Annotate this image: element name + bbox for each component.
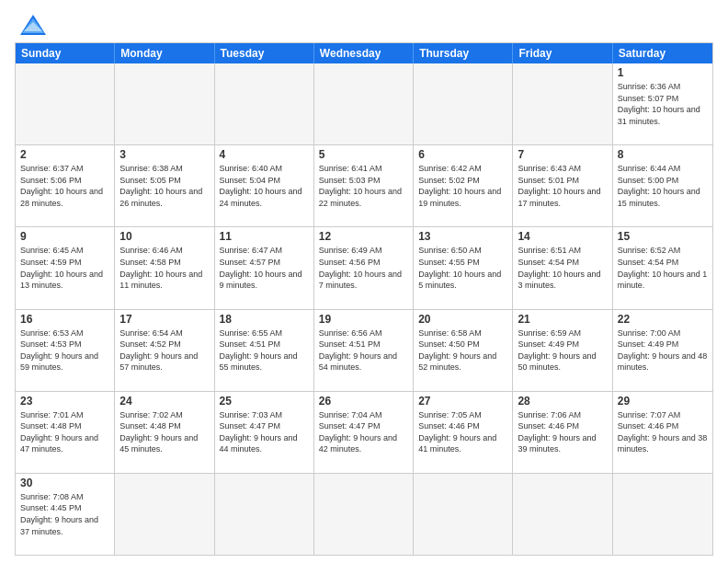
calendar-cell: 4Sunrise: 6:40 AM Sunset: 5:04 PM Daylig… — [215, 145, 314, 226]
day-info: Sunrise: 7:07 AM Sunset: 4:46 PM Dayligh… — [618, 409, 708, 455]
calendar-row-3: 16Sunrise: 6:53 AM Sunset: 4:53 PM Dayli… — [16, 310, 712, 392]
calendar-row-2: 9Sunrise: 6:45 AM Sunset: 4:59 PM Daylig… — [16, 227, 712, 309]
day-info: Sunrise: 7:02 AM Sunset: 4:48 PM Dayligh… — [119, 409, 209, 455]
day-info: Sunrise: 6:45 AM Sunset: 4:59 PM Dayligh… — [20, 245, 109, 291]
day-number: 9 — [20, 230, 109, 243]
logo-icon — [20, 15, 46, 35]
calendar-cell: 28Sunrise: 7:06 AM Sunset: 4:46 PM Dayli… — [513, 392, 612, 473]
header-day-wednesday: Wednesday — [314, 43, 414, 63]
calendar-cell: 18Sunrise: 6:55 AM Sunset: 4:51 PM Dayli… — [215, 310, 314, 391]
day-info: Sunrise: 6:42 AM Sunset: 5:02 PM Dayligh… — [418, 163, 507, 209]
day-number: 17 — [119, 313, 209, 326]
calendar-cell: 21Sunrise: 6:59 AM Sunset: 4:49 PM Dayli… — [513, 310, 612, 391]
header-day-thursday: Thursday — [414, 43, 513, 63]
calendar-cell: 26Sunrise: 7:04 AM Sunset: 4:47 PM Dayli… — [314, 392, 414, 473]
day-number: 13 — [418, 230, 507, 243]
calendar-cell: 25Sunrise: 7:03 AM Sunset: 4:47 PM Dayli… — [215, 392, 314, 473]
day-number: 26 — [319, 395, 408, 408]
calendar-cell: 20Sunrise: 6:58 AM Sunset: 4:50 PM Dayli… — [414, 310, 513, 391]
day-number: 10 — [119, 230, 209, 243]
day-info: Sunrise: 6:38 AM Sunset: 5:05 PM Dayligh… — [119, 163, 209, 209]
page: SundayMondayTuesdayWednesdayThursdayFrid… — [0, 0, 728, 563]
calendar-cell: 15Sunrise: 6:52 AM Sunset: 4:54 PM Dayli… — [613, 227, 712, 308]
calendar-cell: 11Sunrise: 6:47 AM Sunset: 4:57 PM Dayli… — [215, 227, 314, 308]
calendar-cell: 2Sunrise: 6:37 AM Sunset: 5:06 PM Daylig… — [16, 145, 115, 226]
day-info: Sunrise: 6:37 AM Sunset: 5:06 PM Dayligh… — [20, 163, 109, 209]
day-number: 24 — [119, 395, 209, 408]
day-number: 25 — [220, 395, 309, 408]
day-number: 2 — [20, 148, 109, 161]
day-info: Sunrise: 6:52 AM Sunset: 4:54 PM Dayligh… — [618, 245, 708, 291]
calendar-cell: 5Sunrise: 6:41 AM Sunset: 5:03 PM Daylig… — [314, 145, 414, 226]
calendar-body: 1Sunrise: 6:36 AM Sunset: 5:07 PM Daylig… — [16, 63, 712, 555]
day-info: Sunrise: 6:51 AM Sunset: 4:54 PM Dayligh… — [518, 245, 607, 291]
calendar-cell: 6Sunrise: 6:42 AM Sunset: 5:02 PM Daylig… — [414, 145, 513, 226]
header-day-saturday: Saturday — [613, 43, 712, 63]
calendar-cell: 27Sunrise: 7:05 AM Sunset: 4:46 PM Dayli… — [414, 392, 513, 473]
day-info: Sunrise: 6:46 AM Sunset: 4:58 PM Dayligh… — [119, 245, 209, 291]
calendar-cell: 23Sunrise: 7:01 AM Sunset: 4:48 PM Dayli… — [16, 392, 115, 473]
day-number: 23 — [20, 395, 109, 408]
day-number: 27 — [418, 395, 507, 408]
calendar-cell: 30Sunrise: 7:08 AM Sunset: 4:45 PM Dayli… — [16, 474, 115, 555]
calendar-row-5: 30Sunrise: 7:08 AM Sunset: 4:45 PM Dayli… — [16, 474, 712, 555]
calendar-cell: 12Sunrise: 6:49 AM Sunset: 4:56 PM Dayli… — [314, 227, 414, 308]
calendar-cell: 14Sunrise: 6:51 AM Sunset: 4:54 PM Dayli… — [513, 227, 612, 308]
day-number: 20 — [418, 313, 507, 326]
calendar-cell: 13Sunrise: 6:50 AM Sunset: 4:55 PM Dayli… — [414, 227, 513, 308]
calendar-cell: 19Sunrise: 6:56 AM Sunset: 4:51 PM Dayli… — [314, 310, 414, 391]
day-info: Sunrise: 7:05 AM Sunset: 4:46 PM Dayligh… — [418, 409, 507, 455]
day-info: Sunrise: 6:50 AM Sunset: 4:55 PM Dayligh… — [418, 245, 507, 291]
calendar-cell: 16Sunrise: 6:53 AM Sunset: 4:53 PM Dayli… — [16, 310, 115, 391]
day-info: Sunrise: 6:58 AM Sunset: 4:50 PM Dayligh… — [418, 327, 507, 373]
calendar-cell: 3Sunrise: 6:38 AM Sunset: 5:05 PM Daylig… — [115, 145, 214, 226]
calendar-cell: 7Sunrise: 6:43 AM Sunset: 5:01 PM Daylig… — [513, 145, 612, 226]
calendar-cell: 29Sunrise: 7:07 AM Sunset: 4:46 PM Dayli… — [613, 392, 712, 473]
day-info: Sunrise: 6:59 AM Sunset: 4:49 PM Dayligh… — [518, 327, 607, 373]
day-number: 5 — [319, 148, 408, 161]
calendar: SundayMondayTuesdayWednesdayThursdayFrid… — [15, 42, 713, 556]
header-day-sunday: Sunday — [16, 43, 115, 63]
day-info: Sunrise: 7:06 AM Sunset: 4:46 PM Dayligh… — [518, 409, 607, 455]
calendar-cell: 1Sunrise: 6:36 AM Sunset: 5:07 PM Daylig… — [613, 63, 712, 144]
calendar-cell — [215, 474, 314, 555]
day-info: Sunrise: 6:40 AM Sunset: 5:04 PM Dayligh… — [220, 163, 309, 209]
header-day-monday: Monday — [115, 43, 214, 63]
day-info: Sunrise: 7:03 AM Sunset: 4:47 PM Dayligh… — [220, 409, 309, 455]
calendar-cell — [115, 63, 214, 144]
calendar-cell — [215, 63, 314, 144]
day-number: 21 — [518, 313, 607, 326]
calendar-cell — [414, 474, 513, 555]
day-number: 16 — [20, 313, 109, 326]
calendar-cell: 22Sunrise: 7:00 AM Sunset: 4:49 PM Dayli… — [613, 310, 712, 391]
day-number: 7 — [518, 148, 607, 161]
calendar-cell — [513, 63, 612, 144]
day-info: Sunrise: 7:04 AM Sunset: 4:47 PM Dayligh… — [319, 409, 408, 455]
day-info: Sunrise: 6:54 AM Sunset: 4:52 PM Dayligh… — [119, 327, 209, 373]
day-number: 12 — [319, 230, 408, 243]
header — [15, 15, 713, 35]
calendar-row-0: 1Sunrise: 6:36 AM Sunset: 5:07 PM Daylig… — [16, 63, 712, 145]
day-number: 15 — [618, 230, 708, 243]
calendar-cell — [613, 474, 712, 555]
day-number: 3 — [119, 148, 209, 161]
calendar-cell — [314, 63, 414, 144]
day-number: 22 — [618, 313, 708, 326]
day-info: Sunrise: 6:53 AM Sunset: 4:53 PM Dayligh… — [20, 327, 109, 373]
calendar-cell — [513, 474, 612, 555]
day-number: 14 — [518, 230, 607, 243]
calendar-cell — [16, 63, 115, 144]
day-info: Sunrise: 6:55 AM Sunset: 4:51 PM Dayligh… — [220, 327, 309, 373]
calendar-cell — [414, 63, 513, 144]
calendar-cell: 17Sunrise: 6:54 AM Sunset: 4:52 PM Dayli… — [115, 310, 214, 391]
calendar-row-4: 23Sunrise: 7:01 AM Sunset: 4:48 PM Dayli… — [16, 392, 712, 474]
day-number: 6 — [418, 148, 507, 161]
calendar-header: SundayMondayTuesdayWednesdayThursdayFrid… — [16, 43, 712, 63]
calendar-cell: 24Sunrise: 7:02 AM Sunset: 4:48 PM Dayli… — [115, 392, 214, 473]
calendar-cell: 10Sunrise: 6:46 AM Sunset: 4:58 PM Dayli… — [115, 227, 214, 308]
day-info: Sunrise: 6:47 AM Sunset: 4:57 PM Dayligh… — [220, 245, 309, 291]
day-number: 4 — [220, 148, 309, 161]
logo — [15, 15, 46, 35]
calendar-cell: 8Sunrise: 6:44 AM Sunset: 5:00 PM Daylig… — [613, 145, 712, 226]
day-number: 18 — [220, 313, 309, 326]
